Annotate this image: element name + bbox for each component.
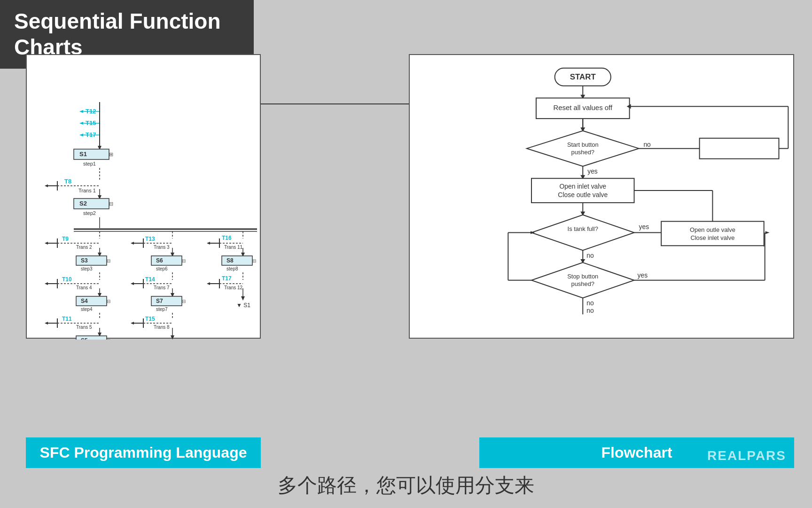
svg-text:⊟: ⊟ — [107, 338, 110, 340]
sfc-panel: T12 T15 T17 S1 ⊞ step1 T8 Trans 1 — [26, 54, 261, 339]
page-title: Sequential Function Charts — [14, 8, 240, 60]
svg-marker-169 — [531, 215, 634, 250]
svg-text:yes: yes — [587, 167, 598, 175]
svg-text:START: START — [570, 72, 596, 81]
svg-text:⊟: ⊟ — [107, 258, 110, 263]
svg-text:step7: step7 — [156, 307, 168, 312]
svg-text:pushed?: pushed? — [571, 280, 594, 287]
svg-text:T13: T13 — [145, 236, 155, 242]
svg-text:no: no — [586, 307, 594, 314]
svg-text:step2: step2 — [83, 210, 96, 216]
svg-marker-59 — [45, 322, 48, 325]
svg-marker-126 — [241, 296, 245, 301]
svg-text:T16: T16 — [222, 235, 232, 241]
svg-marker-189 — [765, 231, 770, 234]
svg-marker-97 — [131, 322, 134, 325]
svg-text:step3: step3 — [81, 266, 93, 271]
svg-text:Stop button: Stop button — [567, 273, 598, 280]
svg-text:step4: step4 — [81, 307, 93, 312]
svg-rect-174 — [661, 222, 764, 246]
svg-text:Trans 11: Trans 11 — [224, 245, 243, 250]
svg-text:⊞: ⊞ — [109, 151, 113, 157]
svg-text:⊟: ⊟ — [182, 299, 186, 304]
svg-marker-17 — [45, 184, 48, 187]
svg-text:T15: T15 — [86, 119, 96, 127]
svg-marker-1 — [79, 110, 83, 113]
svg-marker-7 — [79, 134, 83, 136]
svg-text:Trans 5: Trans 5 — [76, 325, 92, 330]
svg-text:T12: T12 — [86, 108, 96, 115]
svg-text:Trans 3: Trans 3 — [154, 245, 170, 250]
svg-text:S2: S2 — [79, 200, 87, 207]
svg-text:Trans 4: Trans 4 — [76, 285, 92, 290]
svg-text:pushed?: pushed? — [571, 149, 594, 156]
svg-text:Open inlet valve: Open inlet valve — [559, 183, 606, 190]
svg-text:T10: T10 — [62, 276, 72, 283]
svg-text:no: no — [586, 299, 594, 307]
svg-text:yes: yes — [637, 271, 648, 279]
svg-marker-103 — [171, 335, 174, 340]
svg-marker-84 — [131, 282, 134, 285]
label-flowchart-text: Flowchart — [601, 444, 672, 461]
svg-text:Trans 2: Trans 2 — [76, 245, 92, 250]
svg-text:Trans 8: Trans 8 — [154, 325, 170, 330]
svg-text:T11: T11 — [62, 316, 72, 322]
svg-text:T8: T8 — [64, 178, 71, 185]
svg-text:no: no — [586, 252, 594, 259]
svg-text:S5: S5 — [81, 337, 88, 340]
svg-marker-71 — [131, 242, 134, 245]
svg-text:S1: S1 — [79, 151, 87, 158]
svg-text:T17: T17 — [86, 131, 96, 138]
svg-text:no: no — [643, 141, 651, 148]
svg-text:Trans 7: Trans 7 — [154, 285, 170, 290]
watermark: REALPARS — [707, 448, 786, 463]
svg-text:Start button: Start button — [567, 141, 599, 148]
svg-text:step8: step8 — [226, 266, 238, 271]
svg-text:S3: S3 — [81, 257, 88, 264]
label-sfc-text: SFC Programming Language — [40, 444, 247, 461]
svg-marker-4 — [79, 122, 83, 125]
svg-text:▼ S1: ▼ S1 — [236, 302, 250, 309]
svg-text:S6: S6 — [156, 257, 163, 264]
svg-marker-107 — [207, 242, 210, 245]
svg-text:step6: step6 — [156, 266, 168, 271]
svg-text:T17: T17 — [222, 275, 232, 282]
svg-text:S7: S7 — [156, 298, 163, 304]
svg-marker-46 — [45, 282, 48, 285]
svg-text:⊟: ⊟ — [107, 299, 110, 304]
svg-text:Open outle valve: Open outle valve — [690, 226, 735, 233]
svg-text:Trans 12: Trans 12 — [224, 285, 243, 290]
svg-text:Reset all values off: Reset all values off — [553, 104, 612, 111]
svg-text:S8: S8 — [226, 257, 234, 264]
svg-marker-120 — [207, 282, 210, 285]
connector-line — [261, 103, 409, 104]
svg-text:Trans 1: Trans 1 — [78, 188, 96, 193]
svg-text:⊟: ⊟ — [182, 258, 186, 263]
svg-text:Close outle valve: Close outle valve — [558, 191, 608, 198]
svg-text:Is tank full?: Is tank full? — [568, 225, 598, 232]
svg-text:T9: T9 — [62, 236, 69, 242]
svg-text:T15: T15 — [145, 316, 155, 322]
svg-text:⊟: ⊟ — [109, 201, 113, 206]
svg-marker-33 — [45, 242, 48, 245]
svg-text:⊟: ⊟ — [252, 258, 256, 263]
svg-text:T14: T14 — [145, 276, 155, 283]
svg-text:step1: step1 — [83, 161, 96, 167]
svg-text:Close inlet valve: Close inlet valve — [690, 234, 734, 241]
svg-text:yes: yes — [639, 223, 649, 230]
label-sfc: SFC Programming Language — [26, 437, 261, 468]
svg-text:S4: S4 — [81, 298, 88, 304]
svg-rect-155 — [700, 138, 779, 159]
flowchart-panel: START START Reset all values off Start b… — [409, 54, 794, 339]
subtitle: 多个路径，您可以使用分支来 — [0, 472, 812, 499]
